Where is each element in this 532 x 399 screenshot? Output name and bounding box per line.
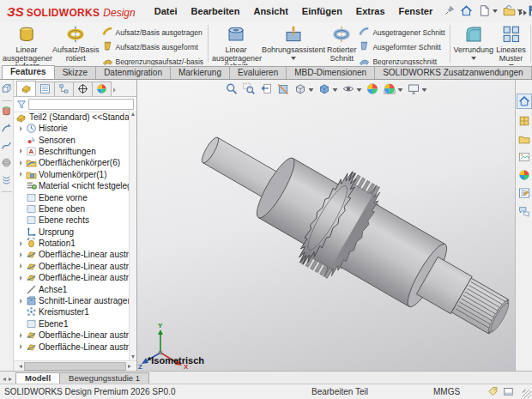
graphics-viewport[interactable]: YXZ *Isometrisch <box>137 80 515 371</box>
tree-horizontal-scrollbar[interactable] <box>14 360 136 371</box>
task-pane-forum-icon[interactable] <box>518 205 530 217</box>
tree-item[interactable]: Oberfläche-Linear austragen2 <box>14 261 129 272</box>
tab-skizze[interactable]: Skizze <box>54 66 96 79</box>
view-orientation-icon[interactable] <box>294 82 307 97</box>
tab-features[interactable]: Features <box>2 65 55 79</box>
tree-item[interactable]: Kreismuster1 <box>14 306 129 317</box>
ribbon-button-verrundung[interactable]: Verrundung <box>452 23 494 60</box>
open-folder-icon[interactable] <box>503 4 516 19</box>
bottom-tab-bewegungsstudie-1[interactable]: Bewegungsstudie 1 <box>59 372 149 384</box>
expand-arrow-icon[interactable] <box>20 252 22 257</box>
tree-item[interactable]: Rotation1 <box>14 238 129 249</box>
expand-arrow-icon[interactable] <box>20 299 22 304</box>
sphere-icon[interactable] <box>1 157 12 170</box>
menu-bearbeiten[interactable]: Bearbeiten <box>191 6 240 16</box>
tree-item[interactable]: Sensoren <box>14 134 129 145</box>
ribbon-button-ausgeformter-schnitt[interactable]: Ausgeformter Schnitt <box>357 39 446 54</box>
bottom-tab-modell[interactable]: Modell <box>15 372 60 384</box>
tree-item[interactable]: Oberfläche-Linear austragen4 <box>14 329 129 341</box>
tree-item[interactable]: Schnitt-Linear austragen1 <box>14 295 129 306</box>
dropdown-caret-icon[interactable] <box>309 88 314 92</box>
tag-icon[interactable] <box>487 386 499 399</box>
tab-datenmigration[interactable]: Datenmigration <box>95 66 171 79</box>
dropdown-caret-icon[interactable] <box>291 57 296 60</box>
expand-arrow-icon[interactable] <box>20 126 22 131</box>
tree-vertical-scrollbar[interactable] <box>129 111 136 360</box>
menu-extras[interactable]: Extras <box>356 6 385 16</box>
fm-tab-configuration-manager[interactable] <box>54 82 74 96</box>
task-pane-view-palette-icon[interactable] <box>518 151 530 163</box>
ribbon-button-aufsatz-basis-ausgetragen[interactable]: Aufsatz/Basis ausgetragen <box>100 25 206 39</box>
tab-markierung[interactable]: Markierung <box>170 66 230 79</box>
tab-nav-right-icon[interactable] <box>9 378 12 381</box>
task-pane-file-explorer-icon[interactable] <box>518 133 530 145</box>
tree-item[interactable]: Oberflächenkörper(6) <box>14 157 129 168</box>
task-pane-home-icon[interactable] <box>517 94 532 109</box>
pane-icon[interactable] <box>503 386 514 399</box>
tree-item[interactable]: Historie <box>14 123 129 134</box>
scroll-up-icon[interactable] <box>131 112 135 116</box>
expand-arrow-icon[interactable] <box>20 275 22 281</box>
menu-fenster[interactable]: Fenster <box>399 6 433 16</box>
tree-item[interactable]: Oberfläche-Linear austragen3 <box>14 272 129 283</box>
tree-item[interactable]: Ebene1 <box>14 318 129 329</box>
ribbon-button-aufsatz-basis-ausgeformt[interactable]: Aufsatz/Basis ausgeformt <box>100 39 206 54</box>
fm-flyout-icon[interactable] <box>113 88 116 93</box>
section-view-icon[interactable] <box>277 82 290 97</box>
dropdown-caret-icon[interactable] <box>422 88 427 92</box>
dropdown-caret-icon[interactable] <box>493 9 498 13</box>
helix-icon[interactable] <box>1 174 12 187</box>
pin-icon[interactable] <box>444 5 455 17</box>
hide-show-items-icon[interactable] <box>342 82 355 97</box>
new-doc-icon[interactable] <box>478 4 491 19</box>
tab-nav-left-icon[interactable] <box>3 378 6 381</box>
save-icon[interactable] <box>528 4 532 19</box>
zoom-fit-icon[interactable] <box>226 82 239 97</box>
display-style-icon[interactable] <box>318 82 331 97</box>
tree-item[interactable]: Ebene oben <box>14 203 129 215</box>
tree-item[interactable]: Oberfläche-Linear austragen5 <box>14 341 129 352</box>
expand-arrow-icon[interactable] <box>20 148 22 154</box>
task-pane-design-library-icon[interactable] <box>518 115 530 127</box>
ribbon-button-rotierter-schnitt[interactable]: Rotierter Schnitt <box>326 23 358 63</box>
apply-scene-icon[interactable] <box>384 82 396 97</box>
ribbon-button-linear-ausgetragener-aufsatz[interactable]: Linear ausgetragener Aufsatz <box>2 23 51 71</box>
ribbon-overflow-icon[interactable] <box>519 10 527 15</box>
tab-solidworks-zusatzanwendungen[interactable]: SOLIDWORKS Zusatzanwendungen <box>374 66 531 79</box>
dropdown-caret-icon[interactable] <box>398 88 403 92</box>
home-icon[interactable] <box>460 4 473 19</box>
ribbon-button-ausgetragener-schnitt[interactable]: Ausgetragener Schnitt <box>357 25 446 39</box>
menu-einfügen[interactable]: Einfügen <box>302 6 342 16</box>
menu-datei[interactable]: Datei <box>154 6 178 16</box>
ribbon-button-aufsatz-basis-rotiert[interactable]: Aufsatz/Basis rotiert <box>51 23 100 63</box>
tree-item[interactable]: ABeschriftungen <box>14 146 129 157</box>
curve-icon[interactable] <box>1 123 12 136</box>
scroll-right-icon[interactable] <box>128 365 136 368</box>
tab-evaluieren[interactable]: Evaluieren <box>229 66 287 79</box>
view-settings-icon[interactable] <box>408 82 420 97</box>
zoom-area-icon[interactable] <box>243 82 256 97</box>
fm-tab-part-tree[interactable] <box>16 81 36 96</box>
fm-tab-dimxpert-manager[interactable] <box>73 82 93 96</box>
fm-tab-display-manager[interactable] <box>92 82 112 96</box>
cylinder-icon[interactable] <box>1 106 12 118</box>
dropdown-caret-icon[interactable] <box>357 88 362 92</box>
spline-icon[interactable] <box>1 140 12 153</box>
tree-item[interactable]: Ebene vorne <box>14 191 129 203</box>
status-units[interactable]: MMGS <box>433 387 460 396</box>
menu-ansicht[interactable]: Ansicht <box>253 6 287 16</box>
tree-root-item[interactable]: Teil2 (Standard) <<Standard>_Anz <box>14 111 129 123</box>
tree-item[interactable]: Ebene rechts <box>14 215 129 226</box>
tree-item[interactable]: Oberfläche-Linear austragen1 <box>14 249 129 260</box>
dropdown-caret-icon[interactable] <box>333 88 338 92</box>
units-caret-icon[interactable] <box>474 390 479 399</box>
previous-view-icon[interactable] <box>260 82 273 97</box>
feature-tree-filter-input[interactable] <box>28 99 134 110</box>
tree-item[interactable]: Achse1 <box>14 283 129 294</box>
ribbon-button-lineares-muster[interactable]: Lineares Muster <box>494 23 528 68</box>
edit-appearance-icon[interactable] <box>366 82 379 97</box>
task-pane-custom-properties-icon[interactable] <box>518 187 530 199</box>
expand-arrow-icon[interactable] <box>20 172 22 177</box>
dropdown-caret-icon[interactable] <box>471 57 476 60</box>
tab-mbd-dimensionen[interactable]: MBD-Dimensionen <box>286 66 375 79</box>
